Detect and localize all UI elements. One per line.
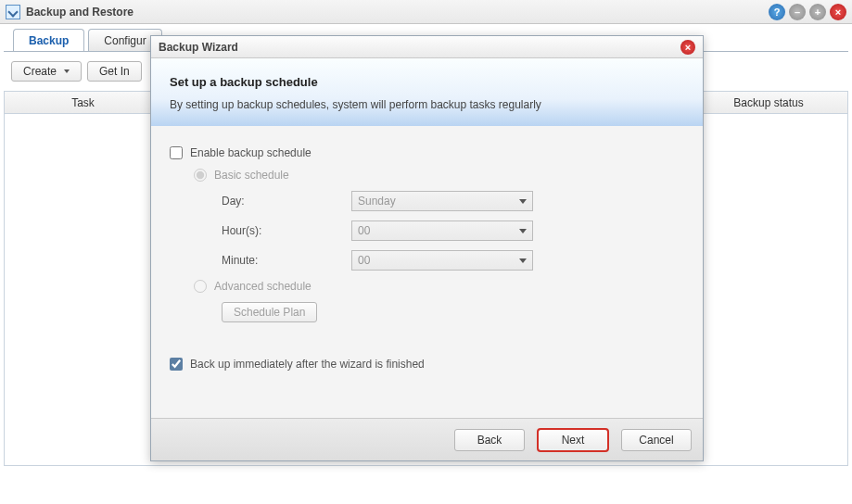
basic-schedule-row: Basic schedule <box>170 169 684 182</box>
enable-schedule-label: Enable backup schedule <box>190 146 312 159</box>
hour-label: Hour(s): <box>222 224 351 237</box>
col-task: Task <box>5 92 162 113</box>
chevron-down-icon <box>519 229 527 233</box>
tab-backup[interactable]: Backup <box>13 29 84 51</box>
advanced-schedule-radio <box>194 280 207 293</box>
chevron-down-icon <box>519 258 527 263</box>
app-icon <box>6 5 20 19</box>
wizard-title: Backup Wizard <box>159 41 238 54</box>
hour-select: 00 <box>351 220 533 241</box>
backup-immediately-row: Back up immediately after the wizard is … <box>170 358 684 371</box>
window-titlebar: Backup and Restore ? – + × <box>0 0 852 24</box>
hour-row: Hour(s): 00 <box>170 220 684 241</box>
wizard-subheading: By setting up backup schedules, system w… <box>170 98 684 111</box>
back-button[interactable]: Back <box>454 429 525 451</box>
maximize-icon[interactable]: + <box>809 4 826 20</box>
basic-schedule-label: Basic schedule <box>214 169 289 182</box>
next-button[interactable]: Next <box>538 429 608 451</box>
basic-schedule-radio <box>194 169 207 182</box>
caret-down-icon <box>64 69 70 73</box>
chevron-down-icon <box>519 199 527 204</box>
wizard-close-icon[interactable]: × <box>680 40 695 55</box>
backup-immediately-checkbox[interactable] <box>170 358 183 371</box>
advanced-schedule-label: Advanced schedule <box>214 280 312 293</box>
next-label: Next <box>562 434 585 447</box>
minimize-icon[interactable]: – <box>789 4 806 20</box>
create-label: Create <box>23 65 57 78</box>
help-icon[interactable]: ? <box>769 4 785 20</box>
wizard-heading: Set up a backup schedule <box>170 75 684 89</box>
schedule-plan-button: Schedule Plan <box>222 302 317 322</box>
minute-label: Minute: <box>222 254 351 267</box>
minute-value: 00 <box>358 254 370 267</box>
getinfo-label: Get In <box>99 65 130 78</box>
day-label: Day: <box>222 195 351 208</box>
backup-immediately-label: Back up immediately after the wizard is … <box>190 358 425 371</box>
advanced-schedule-row: Advanced schedule <box>170 280 684 293</box>
cancel-button[interactable]: Cancel <box>621 429 692 451</box>
wizard-footer: Back Next Cancel <box>151 418 703 460</box>
enable-schedule-checkbox[interactable] <box>170 146 183 159</box>
schedule-plan-row: Schedule Plan <box>170 302 684 322</box>
close-icon[interactable]: × <box>830 4 846 20</box>
wizard-body: Enable backup schedule Basic schedule Da… <box>151 126 703 418</box>
backup-wizard-dialog: Backup Wizard × Set up a backup schedule… <box>150 35 704 461</box>
enable-schedule-row: Enable backup schedule <box>170 146 684 159</box>
back-label: Back <box>477 434 502 447</box>
minute-row: Minute: 00 <box>170 250 684 271</box>
window-title: Backup and Restore <box>26 6 134 19</box>
wizard-titlebar: Backup Wizard × <box>151 36 703 58</box>
day-value: Sunday <box>358 195 396 208</box>
day-select: Sunday <box>351 191 533 211</box>
col-status: Backup status <box>690 92 847 113</box>
schedule-plan-label: Schedule Plan <box>234 306 305 319</box>
cancel-label: Cancel <box>639 434 673 447</box>
day-row: Day: Sunday <box>170 191 684 211</box>
minute-select: 00 <box>351 250 533 271</box>
hour-value: 00 <box>358 224 370 237</box>
create-button[interactable]: Create <box>11 61 82 82</box>
wizard-banner: Set up a backup schedule By setting up b… <box>151 58 703 126</box>
getinfo-button[interactable]: Get In <box>87 61 142 82</box>
